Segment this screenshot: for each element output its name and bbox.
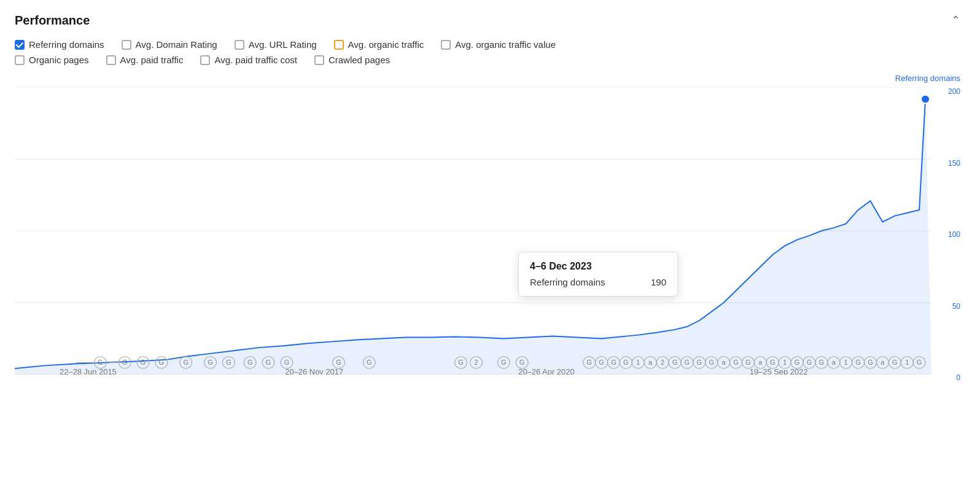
y-label-100: 100 — [948, 230, 960, 239]
svg-text:22–28 Jun 2015: 22–28 Jun 2015 — [60, 367, 117, 374]
svg-text:a: a — [758, 359, 763, 367]
checkbox-organic-pages[interactable] — [15, 55, 25, 65]
checkbox-crawled-pages[interactable] — [314, 55, 324, 65]
svg-text:G: G — [855, 359, 861, 367]
svg-text:a: a — [832, 359, 836, 367]
svg-text:G: G — [284, 359, 290, 367]
y-label-200: 200 — [948, 87, 960, 96]
svg-text:a: a — [648, 359, 653, 367]
filter-referring-domains[interactable]: Referring domains — [15, 39, 104, 50]
svg-text:1: 1 — [844, 359, 848, 367]
filter-organic-pages[interactable]: Organic pages — [15, 55, 89, 65]
filter-label-avg-organic-traffic: Avg. organic traffic — [348, 39, 424, 50]
filter-label-organic-pages: Organic pages — [29, 55, 89, 65]
svg-text:a: a — [881, 359, 885, 367]
svg-text:G: G — [599, 359, 604, 367]
filter-avg-paid-traffic[interactable]: Avg. paid traffic — [106, 55, 184, 65]
svg-text:1: 1 — [636, 359, 640, 367]
y-label-150: 150 — [948, 159, 960, 168]
svg-text:G: G — [367, 359, 372, 367]
filter-label-avg-domain-rating: Avg. Domain Rating — [136, 39, 217, 50]
chart-area: Referring domains — [15, 74, 965, 417]
svg-text:1: 1 — [905, 359, 909, 367]
filter-avg-url-rating[interactable]: Avg. URL Rating — [235, 39, 317, 50]
filter-avg-organic-traffic-value[interactable]: Avg. organic traffic value — [441, 39, 556, 50]
svg-text:G: G — [892, 359, 898, 367]
svg-text:a: a — [722, 359, 726, 367]
svg-text:G: G — [98, 359, 103, 367]
page-title: Performance — [15, 14, 90, 28]
checkbox-referring-domains[interactable] — [15, 40, 25, 50]
svg-text:G: G — [458, 359, 464, 367]
checkbox-avg-url-rating[interactable] — [235, 40, 244, 50]
filter-label-referring-domains: Referring domains — [29, 39, 104, 50]
svg-text:G: G — [247, 359, 253, 367]
svg-text:G: G — [697, 359, 702, 367]
filter-label-avg-organic-traffic-value: Avg. organic traffic value — [455, 39, 556, 50]
svg-text:G: G — [586, 359, 592, 367]
filter-row-1: Referring domains Avg. Domain Rating Avg… — [15, 39, 965, 50]
svg-text:G: G — [672, 359, 678, 367]
svg-text:G: G — [208, 359, 213, 367]
svg-text:20–26 Nov 2017: 20–26 Nov 2017 — [285, 367, 343, 374]
svg-text:G: G — [819, 359, 825, 367]
svg-text:G: G — [141, 359, 146, 367]
svg-text:19–25 Sep 2022: 19–25 Sep 2022 — [750, 367, 808, 374]
y-label-0: 0 — [956, 373, 960, 382]
svg-text:G: G — [519, 359, 525, 367]
svg-text:G: G — [868, 359, 873, 367]
y-axis: 200 150 100 50 0 — [948, 87, 960, 382]
chart-legend-label: Referring domains — [895, 74, 960, 83]
chart-datapoint — [921, 95, 930, 104]
svg-text:G: G — [226, 359, 231, 367]
checkbox-avg-paid-traffic[interactable] — [106, 55, 116, 65]
svg-text:G: G — [501, 359, 507, 367]
chart-svg-container: G G G G G G G G G — [15, 87, 931, 374]
svg-text:2: 2 — [474, 359, 478, 367]
svg-text:G: G — [611, 359, 616, 367]
checkbox-avg-paid-traffic-cost[interactable] — [200, 55, 210, 65]
filter-label-crawled-pages: Crawled pages — [329, 55, 390, 65]
svg-text:G: G — [183, 359, 189, 367]
svg-text:G: G — [623, 359, 629, 367]
checkbox-avg-domain-rating[interactable] — [122, 40, 131, 50]
svg-text:G: G — [745, 359, 751, 367]
svg-text:G: G — [917, 359, 922, 367]
filter-avg-domain-rating[interactable]: Avg. Domain Rating — [122, 39, 217, 50]
svg-text:G: G — [122, 359, 128, 367]
filter-row-2: Organic pages Avg. paid traffic Avg. pai… — [15, 55, 965, 65]
svg-text:1: 1 — [783, 359, 787, 367]
svg-text:G: G — [685, 359, 690, 367]
filter-avg-organic-traffic[interactable]: Avg. organic traffic — [334, 39, 424, 50]
svg-text:G: G — [159, 359, 165, 367]
y-label-50: 50 — [952, 302, 960, 311]
svg-text:G: G — [733, 359, 739, 367]
svg-text:G: G — [709, 359, 714, 367]
filter-avg-paid-traffic-cost[interactable]: Avg. paid traffic cost — [200, 55, 297, 65]
collapse-button[interactable]: ⌃ — [946, 11, 965, 29]
filter-label-avg-url-rating: Avg. URL Rating — [249, 39, 317, 50]
filter-label-avg-paid-traffic: Avg. paid traffic — [120, 55, 184, 65]
chart-svg: G G G G G G G G G — [15, 87, 931, 374]
svg-text:G: G — [807, 359, 812, 367]
checkbox-avg-organic-traffic[interactable] — [334, 40, 344, 50]
svg-text:G: G — [336, 359, 341, 367]
svg-text:20–26 Apr 2020: 20–26 Apr 2020 — [518, 367, 574, 374]
svg-text:2: 2 — [661, 359, 664, 367]
checkbox-avg-organic-traffic-value[interactable] — [441, 40, 451, 50]
svg-text:G: G — [266, 359, 271, 367]
svg-text:G: G — [770, 359, 776, 367]
filter-label-avg-paid-traffic-cost: Avg. paid traffic cost — [214, 55, 297, 65]
svg-text:G: G — [795, 359, 800, 367]
filter-crawled-pages[interactable]: Crawled pages — [314, 55, 390, 65]
